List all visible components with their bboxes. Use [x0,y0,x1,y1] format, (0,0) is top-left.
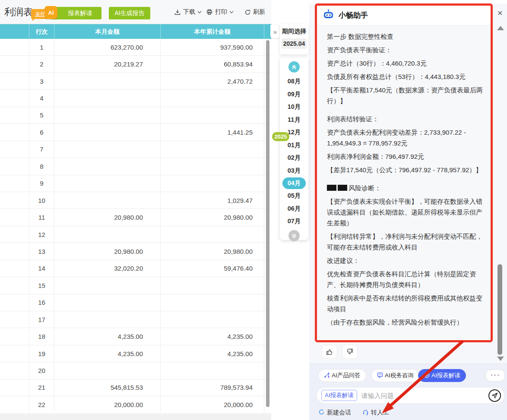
month-item[interactable]: 08月 [282,75,306,88]
table-row[interactable]: 1 623,270.00 937,590.00 [0,39,271,56]
month-item[interactable]: 10月 [282,101,306,114]
month-item[interactable]: 11月 [282,114,306,126]
cell-row-number: 9 [29,175,54,192]
refresh-label: 刷新 [253,8,265,16]
assistant-paragraph: 改进建议： [327,255,486,266]
cell-month-amount [54,192,161,208]
ai-report-read-button[interactable]: 报表解读 [51,7,101,19]
cell-ytd-amount [161,141,264,158]
month-item[interactable]: 09月 [282,88,306,101]
cell-month-amount: 32,020.20 [54,260,161,277]
panel-scroll-down-icon[interactable] [497,357,504,361]
table-row[interactable]: 9 [0,175,271,192]
cell-ytd-amount: 20,000.00 [161,396,264,413]
cell-row-number: 16 [29,294,54,311]
cell-month-amount [54,175,161,192]
table-row[interactable]: 16 [0,294,271,311]
table-horizontal-scrollbar[interactable] [0,414,271,420]
month-item[interactable]: 04月 [282,177,306,189]
table-row[interactable]: 15 [0,277,271,294]
transfer-human-button[interactable]: 转人工 [362,409,389,417]
cell-month-amount: 623,270.00 [54,39,161,55]
cell-item [0,56,29,72]
assistant-paragraph: 利润表结转验证： [327,114,486,124]
collapse-period-panel-icon[interactable]: » [270,25,280,38]
print-button[interactable]: 打印 [206,8,234,16]
quick-action-ai-report-read[interactable]: AI报表解读 [418,369,466,382]
current-period-value[interactable]: 2025.04 [282,38,307,49]
quick-action-ai-tax-consult[interactable]: AI税务咨询 [371,369,419,382]
table-row[interactable]: 13 20,980.00 20,980.00 [0,243,271,260]
table-row[interactable]: 8 [0,158,271,175]
month-item[interactable]: 05月 [282,189,306,202]
panel-scrollbar[interactable] [497,264,502,355]
cell-item [0,396,29,413]
cell-month-amount: 4,235.00 [54,345,161,362]
month-item[interactable]: 03月 [282,164,306,177]
page-title: 利润表 [4,6,33,19]
column-header-month-amount: 本月金额 [54,24,161,39]
table-row[interactable]: 20 [0,362,271,379]
input-mode-chip[interactable]: AI报表解读 [321,390,357,401]
thumbs-up-button[interactable] [322,345,337,359]
table-row[interactable]: 6 1,441.25 [0,124,271,141]
panel-scroll-up-icon[interactable] [497,26,504,30]
cell-item [0,260,29,277]
chat-input[interactable] [361,392,485,399]
cell-item [0,379,29,396]
quick-action-ai-product-qa[interactable]: AI产品问答 [318,369,366,382]
cell-item [0,175,29,192]
new-chat-button[interactable]: 新建会话 [318,409,351,417]
scroll-months-up-icon[interactable] [288,61,300,73]
table-vertical-scrollbar[interactable] [266,40,269,407]
cell-month-amount: 20,980.00 [54,209,161,225]
download-button[interactable]: 下载 [174,8,202,16]
quick-action-label: AI产品问答 [332,372,361,379]
month-item[interactable]: 07月 [282,215,306,228]
scroll-months-down-icon[interactable] [288,230,300,241]
thumbs-down-button[interactable] [342,345,358,359]
ai-generate-report-button[interactable]: AI生成报告 [109,7,150,19]
table-row[interactable]: 4 [0,90,271,107]
send-button[interactable] [488,389,501,402]
table-row[interactable]: 17 [0,311,271,328]
table-row[interactable]: 2 20,219.27 60,853.94 [0,56,271,73]
cell-ytd-amount: 4,235.00 [161,328,264,344]
chat-icon [377,372,383,379]
cell-month-amount [54,158,161,174]
redacted-block [327,185,336,191]
more-actions-button[interactable]: ··· [485,369,505,382]
close-icon[interactable]: × [495,8,505,18]
cell-item [0,124,29,140]
cell-item [0,73,29,89]
cell-row-number: 10 [29,192,54,208]
quick-action-label: AI报表解读 [431,372,460,379]
table-row[interactable]: 11 20,980.00 20,980.00 [0,209,271,226]
month-item[interactable]: 02月 [282,152,306,164]
table-row[interactable]: 10 1,029.47 [0,192,271,209]
table-row[interactable]: 12 [0,226,271,243]
cell-ytd-amount [161,311,264,328]
table-row[interactable]: 7 [0,141,271,158]
table-row[interactable]: 18 4,235.00 4,235.00 [0,328,271,345]
table-row[interactable]: 3 2,470.72 [0,73,271,90]
assistant-paragraph: 风险诊断： [327,183,486,193]
table-row[interactable]: 19 4,235.00 4,235.00 [0,345,271,362]
month-item[interactable]: 06月 [282,202,306,215]
table-row[interactable]: 14 32,020.20 59,476.40 [0,260,271,277]
assistant-highlighted-region: 小畅助手 第一步 数据完整性检查资产负债表平衡验证：资产总计（30行）：4,46… [315,3,493,342]
table-row[interactable]: 22 20,000.00 20,000.00 [0,396,271,413]
column-header-rowno: 行次 [29,24,54,39]
table-row[interactable]: 5 [0,107,271,124]
cell-item [0,328,29,344]
cell-row-number: 8 [29,158,54,174]
cell-item [0,90,29,106]
table-body: 1 623,270.00 937,590.00 2 20,219.27 60,8… [0,39,271,414]
ai-assistant-icon[interactable]: AI [44,6,57,19]
chat-input-box[interactable]: AI报表解读 [317,387,505,404]
table-row[interactable]: 21 545,815.53 789,573.94 [0,379,271,396]
network-icon [324,372,330,379]
refresh-button[interactable]: 刷新 [244,8,265,16]
cell-ytd-amount: 4,235.00 [161,345,264,362]
assistant-paragraph: 利润表净利润金额：796,497.92元 [327,151,486,162]
